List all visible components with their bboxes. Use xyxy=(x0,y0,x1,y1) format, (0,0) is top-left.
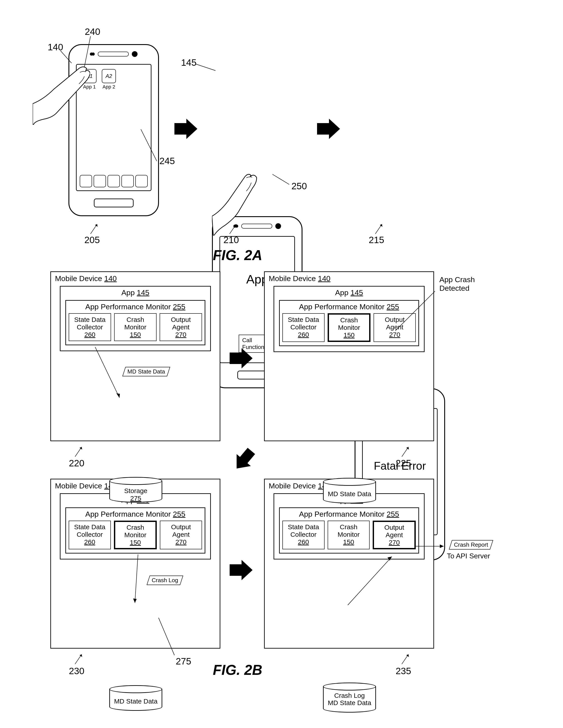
ref-235: 235 xyxy=(396,666,411,676)
ref-215: 215 xyxy=(369,235,384,245)
crash-detected-note: App Crash Detected xyxy=(439,275,484,293)
storage-cylinder: Storage275 xyxy=(109,477,162,503)
arrow-right-icon xyxy=(229,346,254,371)
svg-line-18 xyxy=(395,291,435,331)
ref-230: 230 xyxy=(69,666,84,676)
md-num: 140 xyxy=(104,274,117,283)
lead-line xyxy=(395,287,448,335)
svg-marker-21 xyxy=(229,448,256,474)
storage-cylinder: MD State Data xyxy=(323,478,376,504)
svg-marker-12 xyxy=(380,224,383,227)
storage-cylinder: Crash LogMD State Data xyxy=(323,683,376,713)
svg-marker-20 xyxy=(406,447,409,450)
dock-icon[interactable] xyxy=(135,175,148,187)
dock-icon[interactable] xyxy=(107,175,120,187)
fig2b-title: FIG. 2B xyxy=(213,662,262,678)
block-220: Mobile Device 140 App 145 App Performanc… xyxy=(50,271,220,441)
state-data-collector: State Data Collector 260 xyxy=(69,313,111,341)
ref-140: 140 xyxy=(48,42,63,53)
svg-line-28 xyxy=(348,557,392,605)
state-data-collector: State Data Collector 260 xyxy=(283,521,325,549)
svg-marker-10 xyxy=(317,119,340,139)
crash-monitor: Crash Monitor 150 xyxy=(114,313,156,341)
storage-cylinder: MD State Data xyxy=(109,685,162,712)
ref-240: 240 xyxy=(85,26,100,37)
svg-marker-29 xyxy=(388,557,392,561)
arrow-right-icon xyxy=(174,117,199,141)
svg-marker-31 xyxy=(440,544,444,548)
svg-line-24 xyxy=(158,618,174,655)
svg-line-13 xyxy=(95,347,119,398)
crash-monitor-active: Crash Monitor 150 xyxy=(114,521,157,549)
md-state-data-tag: MD State Data xyxy=(122,367,170,376)
app2-icon[interactable]: A2 xyxy=(102,69,116,83)
ref-245: 245 xyxy=(159,156,175,166)
svg-marker-14 xyxy=(116,393,120,398)
svg-marker-17 xyxy=(229,348,252,368)
crash-monitor: Crash Monitor 150 xyxy=(328,521,370,549)
data-flow-arrow-icon xyxy=(335,554,401,612)
ref-210: 210 xyxy=(223,235,239,245)
svg-marker-9 xyxy=(234,224,237,227)
dock-icon[interactable] xyxy=(80,175,92,187)
state-data-collector: State Data Collector 260 xyxy=(283,313,325,342)
dock xyxy=(80,175,148,187)
output-arrow-icon xyxy=(415,542,450,551)
block-230: Mobile Device 140 App 145 App Performanc… xyxy=(50,479,220,649)
app2-label: App 2 xyxy=(102,84,116,90)
svg-marker-23 xyxy=(133,599,137,603)
block-235: Mobile Device 140 App 145 App Performanc… xyxy=(264,479,434,649)
state-data-collector: State Data Collector 260 xyxy=(69,521,111,549)
lead-line xyxy=(150,618,190,662)
svg-marker-33 xyxy=(406,654,409,657)
md-label: Mobile Device xyxy=(55,274,104,283)
fig2a-title: FIG. 2A xyxy=(213,247,262,263)
svg-line-6 xyxy=(195,64,215,71)
crash-log-tag: Crash Log xyxy=(147,576,183,585)
dock-icon[interactable] xyxy=(94,175,106,187)
ref-220: 220 xyxy=(69,458,84,469)
svg-line-22 xyxy=(135,554,138,603)
output-agent-active: Output Agent 270 xyxy=(373,521,416,549)
dock-icon[interactable] xyxy=(121,175,134,187)
arrow-right-icon xyxy=(317,117,341,141)
svg-marker-27 xyxy=(229,560,252,580)
svg-marker-4 xyxy=(95,224,98,227)
arrow-down-left-icon xyxy=(229,448,256,474)
to-api-server-text: To API Server xyxy=(447,552,490,560)
page: A1 App 1 A2 App 2 xyxy=(0,0,563,728)
arrow-right-icon xyxy=(229,558,254,582)
ref-250: 250 xyxy=(292,181,307,191)
output-agent: Output Agent 270 xyxy=(160,313,202,341)
svg-marker-26 xyxy=(79,654,82,657)
finger-icon xyxy=(33,64,90,126)
ref-205: 205 xyxy=(84,235,100,245)
ref-225: 225 xyxy=(396,458,411,469)
ref-145: 145 xyxy=(181,57,196,68)
ref-275: 275 xyxy=(176,656,191,667)
crash-report-tag: Crash Report xyxy=(449,540,493,550)
svg-line-7 xyxy=(272,174,289,184)
output-agent: Output Agent 270 xyxy=(160,521,202,549)
phone-sensors xyxy=(69,51,158,57)
svg-marker-5 xyxy=(174,119,197,139)
crash-monitor-active: Crash Monitor 150 xyxy=(328,313,371,342)
svg-marker-16 xyxy=(79,447,82,450)
home-button[interactable] xyxy=(94,199,133,207)
